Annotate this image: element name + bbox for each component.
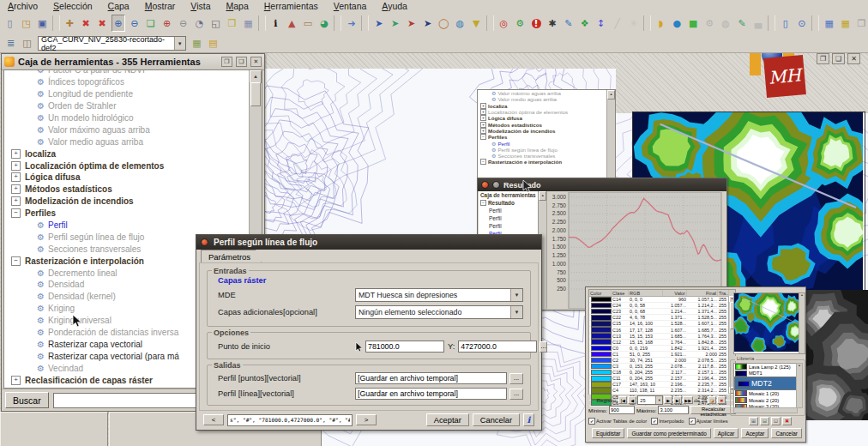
menu-herramientas[interactable]: Herramientas (256, 1, 326, 11)
measure-area-icon[interactable]: ▲ (285, 15, 299, 32)
library-hscrollbar[interactable] (733, 407, 798, 413)
tree-tool-secciones-transversales[interactable]: ⚙Secciones transversales (478, 153, 615, 159)
search-button[interactable]: Buscar (5, 392, 49, 408)
import-palette-icon[interactable]: ⊟ (760, 417, 769, 425)
pick-point-cursor-icon[interactable] (355, 341, 364, 353)
close-icon[interactable] (201, 238, 208, 246)
tree-branch-modelizacion-de-incendios[interactable]: +Modelización de incendios (4, 196, 262, 208)
tree-branch-localizacion-optima-de-elementos[interactable]: +Localización óptima de elementos (478, 109, 615, 115)
restore-window-button[interactable]: ❐ (817, 53, 829, 64)
select-point-icon[interactable]: ➤ (371, 15, 386, 32)
menu-ayuda[interactable]: Ayuda (374, 1, 415, 11)
menu-seleccion[interactable]: Selección (45, 1, 100, 11)
x-coordinate-input[interactable] (365, 341, 444, 353)
close-icon[interactable] (481, 181, 489, 189)
add-palette-icon[interactable]: ⊞ (749, 417, 758, 425)
tree-branch-perfiles[interactable]: −Perfiles (4, 208, 262, 220)
library-item-mosaic-2-20[interactable]: Mosaic 2 (20) (734, 397, 797, 404)
filter-icon[interactable]: ▼ (469, 15, 484, 32)
record-combo[interactable]: 25 ▼ (637, 395, 663, 405)
scroll-thumb[interactable] (250, 82, 261, 106)
expand-icon[interactable]: + (11, 149, 21, 159)
bookmark-icon[interactable]: ▤ (206, 35, 220, 52)
eraser-icon[interactable]: ◪ (708, 396, 716, 404)
sextante-toolbox-icon[interactable]: ◗ (654, 15, 668, 32)
tree-branch-localiza[interactable]: +localiza (478, 103, 615, 109)
cancel-button[interactable]: Cancelar (473, 413, 520, 426)
edit-line-icon[interactable]: ╱ (610, 15, 624, 32)
document-blue-icon[interactable]: ▯ (778, 15, 793, 32)
delete-palette-icon[interactable]: ✖ (782, 417, 792, 425)
prev-record-button[interactable]: ◀ (628, 396, 636, 404)
profile-dialog-titlebar[interactable]: Perfil según línea de flujo (196, 235, 541, 250)
tree-branch-perfiles[interactable]: −Perfiles (478, 134, 615, 140)
center-target-icon[interactable]: ◎ (497, 15, 511, 32)
image-export-icon[interactable]: ▦ (190, 35, 204, 52)
measure-distance-icon[interactable]: ▭ (301, 15, 316, 32)
select-layer-icon[interactable]: ➤ (420, 15, 435, 32)
result-tree-perfil[interactable]: Perfil (479, 207, 538, 214)
checkbox-ajustar-limites[interactable]: ✔Ajustar límites (689, 418, 728, 425)
new-document-icon[interactable]: ▯ (3, 15, 17, 32)
tree-tool-perfil-segun-linea-de-flujo[interactable]: ⚙Perfil según línea de flujo (478, 147, 615, 153)
checkbox-checked-icon[interactable]: ✔ (651, 418, 658, 425)
tree-tool-valor-medio-aguas-arriba[interactable]: ⚙Valor medio aguas arriba (478, 96, 615, 102)
checkbox-interpolado[interactable]: ✔Interpolado (651, 418, 684, 425)
globe-blue-icon[interactable]: ● (670, 15, 684, 32)
menu-archivo[interactable]: Archivo (0, 1, 45, 11)
expand-icon[interactable]: + (480, 122, 486, 128)
aplicar-button[interactable]: Aplicar (714, 428, 739, 438)
tree-branch-modelizacion-de-incendios[interactable]: +Modelización de incendios (478, 128, 615, 134)
tree-tool-indices-topograficos[interactable]: ⚙Índices topográficos (4, 76, 262, 88)
zoom-out-icon[interactable]: ⊖ (127, 15, 142, 32)
browse-puntos-button[interactable]: ... (509, 373, 523, 384)
collapse-icon[interactable]: − (480, 134, 486, 140)
document-search-icon[interactable]: ⊙ (794, 15, 809, 32)
zoom-selection-icon[interactable]: ✖ (95, 15, 110, 32)
checkbox-activar-tablas-de-color[interactable]: ✔Activar Tablas de color (588, 418, 647, 425)
raster-frame-icon[interactable]: ■ (686, 15, 701, 32)
tools-icon[interactable]: ✱ (546, 15, 560, 32)
info-icon[interactable]: ℹ (268, 15, 283, 32)
result-titlebar[interactable]: Resultado (478, 178, 726, 191)
layer-combo[interactable]: GCA_CURV_NIV_25830-recortado-def2 ▼ (38, 36, 186, 51)
expand-icon[interactable]: + (11, 161, 21, 171)
tree-branch-localiza[interactable]: +localiza (4, 148, 262, 160)
max-input[interactable] (658, 406, 689, 414)
next-record-button[interactable]: ▶ (664, 396, 672, 404)
tab-parametros[interactable]: Parámetros (201, 250, 262, 263)
zoom-in-icon[interactable]: ⊕ (112, 15, 126, 32)
tree-tool-factor-c-a-partir-de-ndvi[interactable]: ⚙Factor C a partir de NDVI (4, 69, 262, 76)
tree-tool-valor-maximo-aguas-arriba[interactable]: ⚙Valor máximo aguas arriba (4, 124, 262, 136)
capas-adicionales-select[interactable]: Ningún elemento seleccionado ▼ (355, 305, 523, 319)
select-globe-icon[interactable]: ◍ (453, 15, 467, 32)
perfil-puntos-output[interactable] (355, 372, 507, 384)
maximize-window-button[interactable]: ❏ (832, 53, 845, 64)
pan-icon[interactable]: ✚ (63, 15, 77, 32)
tree-branch-rasterizacion-e-interpolacion[interactable]: −Rasterización e interpolación (478, 159, 615, 165)
library-item-mdt1[interactable]: MDT1 (734, 371, 797, 377)
zoom-layer-icon[interactable]: ⊕ (160, 15, 174, 32)
expand-icon[interactable]: + (480, 103, 486, 109)
tree-tool-orden-de-strahler[interactable]: ⚙Orden de Strahler (4, 100, 262, 112)
locator-icon[interactable]: ❒ (225, 15, 239, 32)
aceptar-button[interactable]: Aceptar (741, 428, 769, 438)
min-input[interactable] (609, 406, 635, 414)
grayscale-raster-view[interactable] (803, 290, 868, 420)
globe-pencil-icon[interactable]: ✎ (735, 15, 750, 32)
image-frame-icon[interactable]: ▦ (241, 15, 256, 32)
tree-branch-logica-difusa[interactable]: +Lógica difusa (478, 115, 615, 121)
checkbox-checked-icon[interactable]: ✔ (588, 418, 595, 425)
tree-branch-localizacion-optima-de-elementos[interactable]: +Localización óptima de elementos (4, 160, 262, 172)
perfil-linea-output[interactable] (355, 388, 507, 400)
expand-icon[interactable]: + (480, 128, 486, 134)
result-tree-resultado[interactable]: −Resultado (479, 199, 538, 207)
toolbox-titlebar[interactable]: Caja de herramientas - 355 Herramientas … (2, 54, 264, 70)
cancelar-button[interactable]: Cancelar (771, 428, 802, 438)
chevron-down-icon[interactable]: ▼ (655, 396, 662, 404)
project-manager-icon[interactable]: ◫ (20, 35, 34, 52)
delete-record-icon[interactable]: ✖ (717, 396, 726, 404)
result-tree-caja-de-herramientas[interactable]: Caja de herramientas (479, 191, 538, 199)
tree-branch-metodos-estadisticos[interactable]: +Métodos estadísticos (4, 184, 262, 196)
mini-scrollbar[interactable]: ▲ (606, 90, 615, 179)
